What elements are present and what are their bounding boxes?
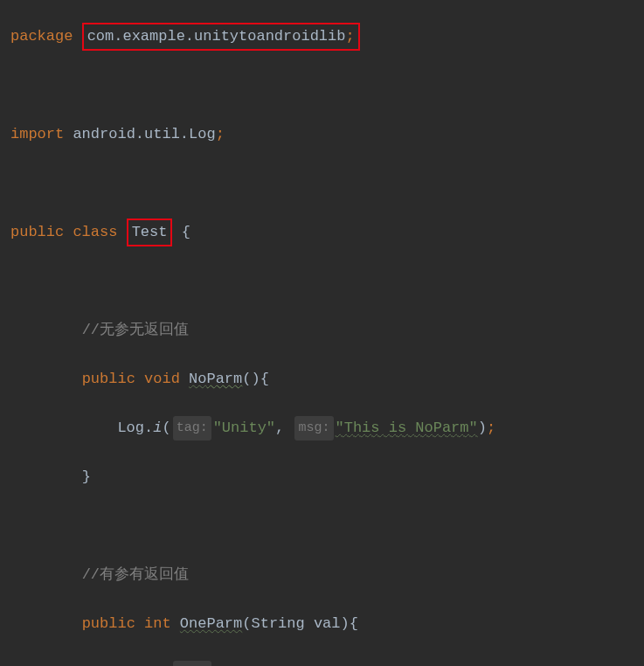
comment: //有参有返回值 <box>82 563 189 587</box>
code-line[interactable] <box>10 73 644 98</box>
code-line[interactable]: public int OneParm(String val){ <box>10 612 644 636</box>
keyword-import: import <box>10 122 64 147</box>
code-line[interactable]: Log.i(tag:"Unity",val); <box>10 661 644 666</box>
keyword-void: void <box>144 367 180 392</box>
code-editor[interactable]: package com.example.unitytoandroidlib; i… <box>0 0 644 666</box>
code-line[interactable]: import android.util.Log; <box>10 122 644 147</box>
string-literal: "Unity" <box>213 416 275 441</box>
method-name: NoParm <box>189 367 242 392</box>
keyword-class: class <box>73 220 117 245</box>
keyword-package: package <box>10 24 73 49</box>
string-literal: "This is NoParm" <box>336 416 478 441</box>
code-line[interactable]: } <box>10 465 644 489</box>
highlight-box-classname: Test <box>127 219 173 246</box>
param-hint-tag: tag: <box>173 416 211 441</box>
code-line[interactable]: //有参有返回值 <box>10 563 644 587</box>
code-line[interactable]: public void NoParm(){ <box>10 367 644 392</box>
comment: //无参无返回值 <box>82 318 189 343</box>
keyword-public: public <box>10 220 64 245</box>
param-hint-msg: msg: <box>294 416 333 441</box>
code-line-active[interactable] <box>10 269 644 294</box>
method-name: OneParm <box>180 612 242 636</box>
code-line[interactable] <box>10 171 644 196</box>
code-line[interactable]: public class Test { <box>10 220 644 245</box>
highlight-box-package: com.example.unitytoandroidlib; <box>82 23 360 51</box>
code-line[interactable]: //无参无返回值 <box>10 318 644 343</box>
code-line[interactable] <box>10 514 644 538</box>
active-line-highlight <box>10 269 644 294</box>
code-line[interactable]: Log.i(tag:"Unity", msg:"This is NoParm")… <box>10 416 644 441</box>
static-method: i <box>153 416 162 441</box>
param-hint-tag: tag: <box>173 661 211 666</box>
code-line[interactable]: package com.example.unitytoandroidlib; <box>10 24 644 49</box>
keyword-int: int <box>144 612 171 636</box>
